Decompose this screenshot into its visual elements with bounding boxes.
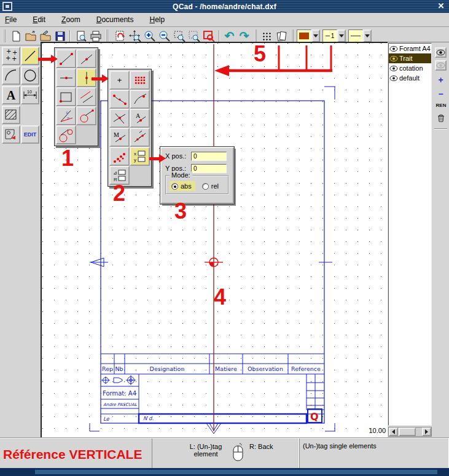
snap-intersection-button[interactable]	[109, 109, 130, 128]
open-file-button[interactable]	[23, 29, 37, 43]
y-glyph: y	[134, 157, 136, 163]
redo-button[interactable]: ↷	[237, 29, 251, 43]
rename-layer-button[interactable]: REN	[434, 103, 448, 108]
menu-documents[interactable]: Documents	[96, 15, 134, 24]
pen-color-dropdown-arrow[interactable]	[311, 29, 320, 42]
menu-file[interactable]: File	[5, 15, 17, 24]
add-layer-button[interactable]: +	[435, 74, 447, 85]
redraw-button[interactable]	[113, 29, 127, 43]
pen-style-combo[interactable]	[348, 29, 372, 42]
zoom-out-button[interactable]	[157, 29, 171, 43]
layer-row-trait[interactable]: Trait	[389, 53, 431, 63]
snap-free-button[interactable]: +	[109, 71, 130, 90]
layers-toggle-button[interactable]	[274, 29, 288, 43]
print-button[interactable]	[88, 29, 103, 43]
eye-icon	[389, 65, 398, 72]
pen-style-dropdown-arrow[interactable]	[363, 29, 372, 42]
window-bottom-border	[0, 468, 449, 476]
show-layer-button[interactable]	[435, 47, 447, 58]
toolbar-handle[interactable]	[291, 29, 294, 42]
rectangle-button[interactable]	[56, 87, 76, 106]
toolbar-handle[interactable]	[254, 29, 257, 42]
auto-glyph: A	[136, 112, 141, 119]
remove-layer-button[interactable]: −	[435, 88, 447, 99]
hatch-tool-button[interactable]	[2, 106, 20, 124]
mode-abs-radio[interactable]: abs	[170, 181, 195, 191]
delete-layer-button[interactable]	[435, 112, 447, 123]
layer-row-cotation[interactable]: cotation	[389, 63, 431, 73]
window-menu-icon[interactable]	[2, 2, 12, 11]
window-resize-bar	[35, 470, 437, 474]
pen-width-combo[interactable]: 1	[322, 29, 346, 42]
print-preview-button[interactable]	[74, 29, 88, 43]
edit-mode-button[interactable]: EDIT	[21, 125, 39, 144]
line-horizontal-button[interactable]	[56, 68, 76, 87]
layer-list[interactable]: Foramt A4 Trait cotation default	[388, 43, 432, 426]
circle-tool-button[interactable]	[21, 66, 39, 85]
edit-label: EDIT	[24, 131, 37, 138]
zoom-window-button[interactable]	[172, 29, 186, 43]
menubar: File Edit Zoom Documents Help	[0, 13, 449, 27]
save-file-button[interactable]	[53, 29, 67, 43]
part-library-button[interactable]	[2, 125, 20, 144]
y-pos-input[interactable]	[191, 164, 227, 173]
arc-tool-button[interactable]	[2, 66, 20, 85]
snap-on-entity-button[interactable]	[130, 90, 150, 109]
new-file-button[interactable]	[9, 29, 23, 43]
zoom-previous-button[interactable]	[201, 29, 216, 43]
scroll-thumb[interactable]	[399, 427, 416, 436]
toolbar-handle[interactable]	[106, 29, 108, 42]
window-close-button[interactable]: ✕	[435, 1, 447, 12]
layer-list-hscrollbar[interactable]	[388, 427, 432, 437]
snap-auto-button[interactable]: A	[130, 109, 150, 128]
menu-help[interactable]: Help	[149, 15, 165, 24]
trash-icon	[436, 113, 446, 123]
snap-distance-button[interactable]	[130, 128, 150, 147]
snap-coordinates-button[interactable]: xy	[130, 147, 150, 166]
import-file-button[interactable]	[38, 29, 52, 43]
line-angle-button[interactable]	[76, 49, 96, 68]
pen-color-combo[interactable]	[297, 29, 320, 42]
layer-buttons: + − REN	[433, 44, 448, 424]
annotation-number-3: 3	[174, 200, 187, 222]
scroll-right-arrow[interactable]	[422, 427, 431, 436]
abs-label: abs	[181, 182, 192, 190]
mode-rel-radio[interactable]: rel	[200, 181, 222, 191]
line-parallel-button[interactable]	[76, 87, 96, 106]
tb-header-designation: Designation	[150, 365, 185, 372]
pen-width-dropdown-arrow[interactable]	[337, 29, 346, 42]
zoom-in-button[interactable]	[143, 29, 157, 43]
layer-name: default	[399, 74, 420, 82]
snap-grid-button[interactable]	[130, 71, 150, 90]
line-tangent-point-button[interactable]	[76, 106, 96, 125]
x-pos-input[interactable]	[191, 152, 227, 161]
grid-icon	[262, 32, 271, 41]
scroll-left-arrow[interactable]	[389, 427, 398, 436]
line-bisector-button[interactable]: ==	[56, 106, 76, 125]
toolbar-handle[interactable]	[3, 29, 6, 42]
line-tool-button[interactable]	[21, 47, 39, 65]
annotation-number-5: 5	[254, 43, 266, 65]
layer-row-format[interactable]: Foramt A4	[389, 44, 431, 53]
zoom-auto-button[interactable]	[187, 29, 201, 43]
points-tool-button[interactable]: ++++	[2, 47, 20, 65]
zoom-pan-button[interactable]	[128, 29, 142, 43]
dimension-tool-button[interactable]: 10	[21, 86, 39, 104]
snap-middle-button[interactable]: M	[109, 128, 130, 147]
hide-layer-button[interactable]	[435, 60, 447, 71]
menu-zoom[interactable]: Zoom	[61, 15, 80, 24]
snap-endpoints-button[interactable]	[109, 90, 130, 109]
line-two-points-button[interactable]	[56, 49, 76, 68]
layer-row-default[interactable]: default	[389, 73, 431, 83]
red-grid-icon	[135, 76, 146, 85]
text-tool-button[interactable]: A	[2, 86, 20, 104]
undo-button[interactable]: ↶	[222, 29, 236, 43]
menu-edit[interactable]: Edit	[33, 15, 45, 24]
snap-multiple-button[interactable]	[109, 147, 130, 166]
tb-author: Andre PASCUAL	[103, 402, 138, 407]
tb-header-matiere: Matiere	[215, 365, 237, 372]
left-toolbar: ++++ A 10 EDIT	[0, 45, 41, 437]
line-tangent-circles-button[interactable]	[56, 125, 76, 144]
layer-name: Foramt A4	[399, 45, 431, 52]
svg-text:+: +	[6, 55, 10, 61]
